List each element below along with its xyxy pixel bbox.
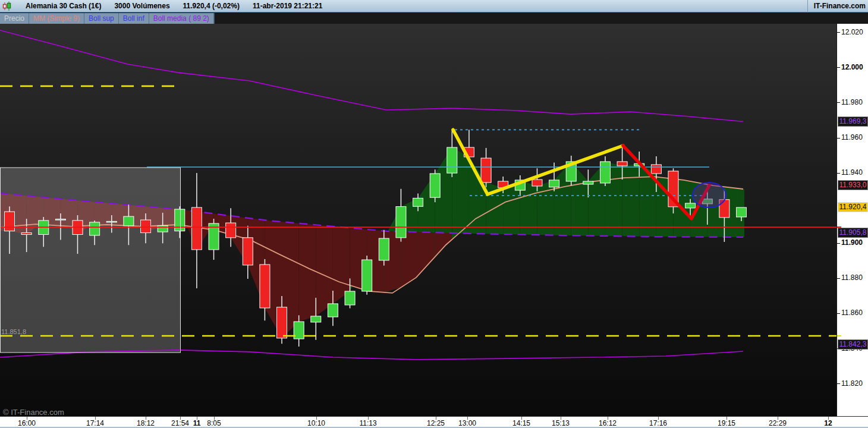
price-axis-tick: [837, 278, 840, 279]
price-axis-tick: [837, 383, 840, 384]
price-axis-label: 11.900: [841, 238, 868, 247]
price-axis-tick: [837, 67, 840, 68]
horizontal-line-value-label: 11.851,8: [1, 328, 26, 335]
indicator-legend: Precio MM (Simple 9) Boll sup Boll inf B…: [0, 13, 215, 24]
candle: [260, 265, 270, 308]
time-axis-label: 16:12: [599, 419, 617, 427]
legend-item-mm9[interactable]: MM (Simple 9): [29, 13, 84, 24]
candle: [396, 207, 406, 238]
candle: [55, 219, 65, 221]
time-axis[interactable]: 16:0017:1418:1221:54118:0510:1011:1312:2…: [0, 416, 868, 428]
time-axis-label: 17:16: [649, 419, 667, 427]
time-axis-label: 16:00: [18, 419, 36, 427]
price-axis-tick: [837, 138, 840, 139]
time-axis-label: 10:10: [307, 419, 325, 427]
chart-area[interactable]: 11.851,8 © IT-Finance.com: [0, 24, 836, 416]
candle: [549, 180, 559, 187]
last-price-change: 11.920,4 (-0,02%): [183, 2, 240, 10]
last-price-badge: 11.920,4: [838, 202, 868, 212]
timeframe-label: 3000 Volúmenes: [114, 2, 169, 10]
price-axis[interactable]: 12.02012.00011.98011.96011.94011.90011.8…: [836, 24, 868, 416]
datetime-label: 11-abr-2019 21:21:21: [253, 2, 322, 10]
candle: [737, 207, 747, 217]
candle: [311, 316, 321, 322]
time-axis-label: 15:13: [552, 419, 570, 427]
legend-item-boll-sup[interactable]: Boll sup: [84, 13, 119, 24]
candle: [413, 198, 423, 206]
selection-box-fill[interactable]: [0, 168, 180, 353]
price-axis-label: 11.860: [841, 309, 868, 317]
price-axis-label: 11.880: [841, 273, 868, 282]
time-axis-label: 17:14: [86, 419, 104, 427]
candle: [379, 238, 389, 260]
indicator-legend-row: Precio MM (Simple 9) Boll sup Boll inf B…: [0, 12, 868, 24]
price-axis-label: 12.000: [841, 63, 868, 71]
boll-sup-value-badge: 11.969,3: [838, 117, 868, 127]
candle: [362, 260, 372, 291]
legend-item-boll-media[interactable]: Boll media ( 89 2): [149, 13, 214, 24]
price-axis-tick: [837, 243, 840, 244]
candle: [481, 158, 491, 182]
price-axis-label: 11.940: [841, 168, 868, 177]
candle: [5, 212, 15, 231]
candle: [158, 226, 168, 232]
price-axis-color-tick: [837, 335, 841, 336]
candle: [328, 304, 338, 317]
candle: [124, 216, 134, 226]
candle: [226, 223, 236, 238]
boll-media-value-badge: 11.905,8: [838, 228, 868, 238]
legend-item-precio[interactable]: Precio: [0, 13, 29, 24]
time-axis-label: 13:00: [458, 419, 476, 427]
price-axis-tick: [837, 102, 840, 103]
candle: [617, 162, 627, 166]
candlestick-chart[interactable]: [0, 24, 836, 416]
candle: [243, 238, 253, 265]
instrument-name: Alemania 30 Cash (1€): [26, 2, 101, 10]
brand-label: IT-Finance.com: [807, 0, 866, 12]
price-axis-tick: [837, 32, 840, 33]
candle: [583, 181, 593, 184]
price-axis-label: 12.020: [841, 28, 868, 36]
candle: [141, 220, 151, 233]
trading-platform-window: Alemania 30 Cash (1€) 3000 Volúmenes 11.…: [0, 0, 868, 428]
time-axis-label: 22:29: [769, 419, 787, 427]
price-axis-label: 11.980: [841, 98, 868, 106]
candle: [106, 221, 117, 222]
title-bar: Alemania 30 Cash (1€) 3000 Volúmenes 11.…: [0, 0, 868, 12]
candle: [345, 291, 355, 305]
time-axis-label: 14:15: [512, 419, 530, 427]
time-axis-label: 8:05: [207, 419, 221, 427]
candle: [430, 174, 440, 197]
time-axis-label: 12: [824, 419, 832, 427]
candle: [277, 307, 287, 338]
candle: [532, 180, 542, 186]
time-axis-label: 19:15: [718, 419, 735, 427]
candle: [175, 209, 185, 231]
price-axis-label: 11.820: [841, 379, 868, 388]
boll-inf-value-badge: 11.842,3: [838, 339, 868, 350]
candle: [21, 233, 32, 235]
ellipse-drawing[interactable]: [693, 182, 726, 207]
candlestick-icon: [2, 1, 12, 11]
price-axis-tick: [837, 173, 840, 174]
price-axis-tick: [837, 313, 840, 314]
time-axis-label: 11:13: [359, 419, 376, 427]
mm9-value-badge: 11.933,0: [838, 180, 868, 190]
time-axis-label: 18:12: [137, 419, 155, 427]
legend-item-boll-inf[interactable]: Boll inf: [119, 13, 149, 24]
candle: [90, 222, 100, 235]
candle: [447, 147, 457, 173]
candle: [191, 207, 202, 250]
time-axis-label: 11: [193, 419, 201, 427]
candle: [600, 162, 610, 183]
price-axis-label: 11.960: [841, 133, 868, 141]
candle: [685, 203, 696, 208]
candle: [651, 165, 661, 174]
watermark: © IT-Finance.com: [3, 408, 64, 417]
time-axis-label: 21:54: [171, 419, 189, 427]
time-axis-label: 12:25: [427, 419, 445, 427]
